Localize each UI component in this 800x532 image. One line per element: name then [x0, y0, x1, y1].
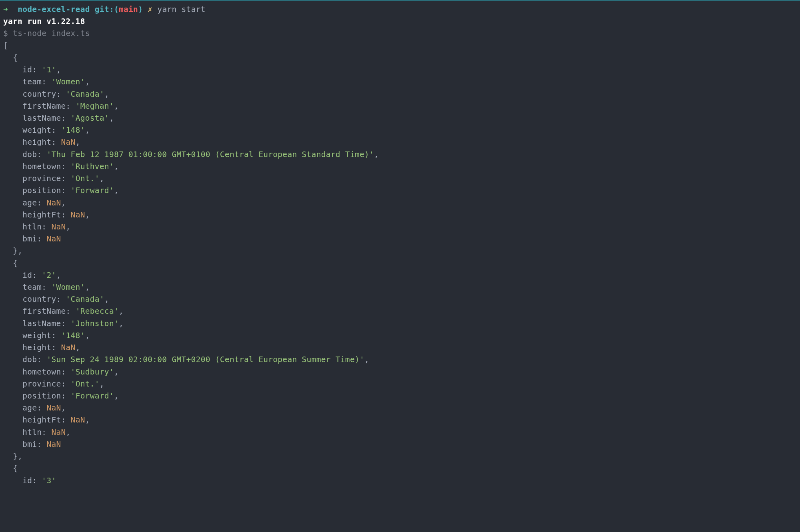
stdout-output: [ { id: '1', team: 'Women', country: 'Ca…	[0, 40, 800, 487]
prompt-arrow-icon: ➜	[3, 5, 8, 14]
yarn-sub-command: $ ts-node index.ts	[0, 28, 800, 40]
dollar-icon: $	[3, 29, 8, 38]
prompt-dirty-icon: ✗	[148, 5, 152, 14]
prompt-command: yarn	[157, 5, 176, 14]
prompt-git-branch: main	[119, 5, 138, 14]
yarn-run-header: yarn run v1.22.18	[0, 16, 800, 28]
prompt-cwd: node-excel-read	[18, 5, 90, 14]
prompt-git-prefix: git:(	[95, 5, 119, 14]
shell-prompt-line: ➜ node-excel-read git:(main) ✗ yarn star…	[0, 1, 800, 16]
prompt-git-suffix: )	[138, 5, 143, 14]
prompt-command-arg: start	[182, 5, 206, 14]
sub-command-text: ts-node index.ts	[13, 29, 90, 38]
terminal-window[interactable]: ➜ node-excel-read git:(main) ✗ yarn star…	[0, 0, 800, 487]
